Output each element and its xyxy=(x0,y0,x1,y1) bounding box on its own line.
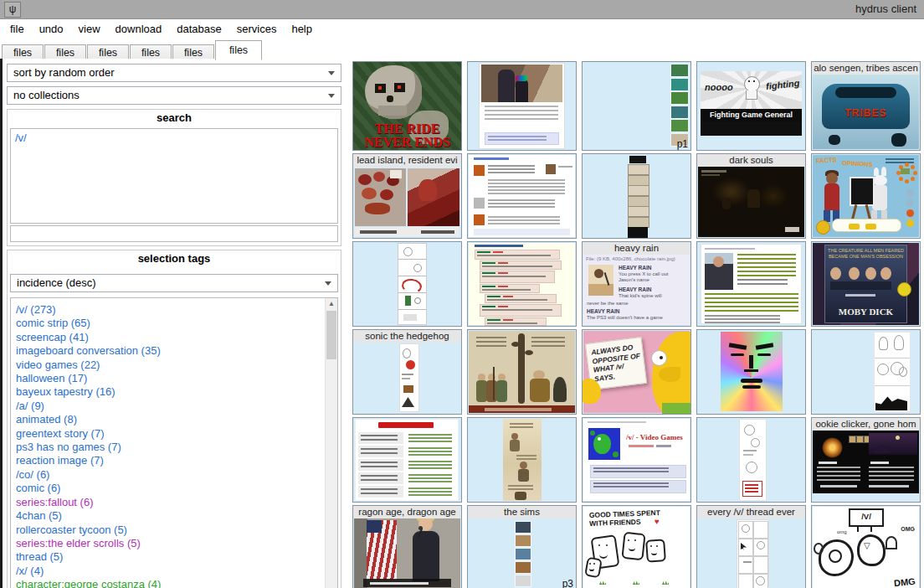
tag-item[interactable]: character:george costanza (4) xyxy=(16,578,337,588)
left-panel: sort by random order no collections sear… xyxy=(3,59,346,588)
active-search-tags-list[interactable]: /v/ xyxy=(10,128,338,224)
thumbnail-bayeux-tapestry-panel[interactable] xyxy=(467,329,577,415)
tag-item[interactable]: comic strip (65) xyxy=(16,317,337,330)
collect-value: no collections xyxy=(13,89,80,101)
thumbnail-good-times-comic[interactable]: GOOD TIMES SPENTWITH FRIENDS♥ xyxy=(582,505,691,588)
tag-item[interactable]: greentext story (7) xyxy=(16,427,337,441)
thumbnail-v-thread-comic-strip[interactable]: every /v/ thread ever xyxy=(696,505,806,588)
main-content: sort by random order no collections sear… xyxy=(0,59,924,588)
menu-services[interactable]: services xyxy=(229,19,285,39)
thumbnail-tapestry-strip[interactable] xyxy=(467,417,577,503)
tag-item[interactable]: /x/ (4) xyxy=(16,565,337,578)
thumbnail-image: TRIBES xyxy=(812,62,920,150)
thumbnail-heavy-rain-screencap[interactable]: File: (9 KB, 400x286, chocolate rain.jpg… xyxy=(582,241,691,327)
thumbnail-dark-souls-screenshot[interactable]: dark souls xyxy=(696,153,806,239)
thumbnail-image xyxy=(697,154,805,238)
thumbnail-tall-comic-strip[interactable] xyxy=(352,241,462,327)
scrollbar-thumb[interactable] xyxy=(326,311,336,359)
tag-item[interactable]: series:the elder scrolls (5) xyxy=(16,537,337,550)
thumbnail-fighting-game-general[interactable]: noooofightingFighting Game General xyxy=(696,61,806,151)
thumbnail-cookie-clicker-gone-home[interactable]: ookie clicker, gone hom xyxy=(811,417,921,503)
selection-tags-title: selection tags xyxy=(8,250,341,267)
thumbnail-tribes-car[interactable]: TRIBESalo sengen, tribes ascen xyxy=(811,61,921,151)
sort-dropdown[interactable]: sort by random order xyxy=(7,64,341,82)
thumbnail-sonic-comic-strip[interactable]: sonic the hedgehog xyxy=(352,329,462,415)
thumbnail-image xyxy=(353,154,461,238)
menu-database[interactable]: database xyxy=(169,19,229,39)
thumbnail-image: File: (9 KB, 400x286, chocolate rain.jpg… xyxy=(583,242,690,326)
tag-item[interactable]: screencap (41) xyxy=(16,331,337,344)
thumbnail-caption: heavy rain xyxy=(583,242,690,255)
tag-item[interactable]: animated (8) xyxy=(16,413,337,426)
thumbnail-rct-skull-ride-never-ends[interactable]: THE RIDENEVER ENDS xyxy=(352,61,462,151)
thumbnail-sketch-comic-strip[interactable] xyxy=(811,329,921,415)
tag-item[interactable]: /a/ (9) xyxy=(16,400,337,413)
thumbnail-image: FACTSOPINIONS xyxy=(812,154,920,238)
thumbnail-moby-dick-dvd[interactable]: THE CREATURE ALL MEN FEAREDBECAME ONE MA… xyxy=(811,241,921,327)
menu-file[interactable]: file xyxy=(3,19,32,39)
search-panel: search /v/ xyxy=(7,109,341,246)
selection-tags-list[interactable]: ▲ /v/ (273)comic strip (65)screencap (41… xyxy=(10,297,338,588)
thumbnail-image xyxy=(353,418,461,502)
app-icon: ψ xyxy=(4,2,21,18)
tag-item[interactable]: halloween (17) xyxy=(16,372,337,385)
thumbnail-couple-photo-screencap[interactable] xyxy=(467,61,577,151)
thumbnail-image xyxy=(468,330,576,414)
menu-download[interactable]: download xyxy=(108,19,170,39)
tag-item[interactable]: thread (5) xyxy=(16,550,337,564)
thumbnail-image: noooofightingFighting Game General xyxy=(697,62,805,150)
thumbnail-image: /v/ - Video Games xyxy=(583,418,690,502)
thumbnail-tile-strip[interactable] xyxy=(582,153,691,239)
tag-item[interactable]: bayeux tapestry (16) xyxy=(16,385,337,399)
thumbnail-image: ALWAYS DOOPPOSITE OFWHAT /v/SAYS. xyxy=(583,330,690,414)
menu-undo[interactable]: undo xyxy=(32,19,71,39)
tag-sort-dropdown[interactable]: incidence (desc) xyxy=(10,274,338,292)
thumbnail-v-video-games-screencap[interactable]: /v/ - Video Games xyxy=(582,417,691,503)
menu-view[interactable]: view xyxy=(71,19,108,39)
tag-item[interactable]: comic (6) xyxy=(16,482,337,495)
thumbnail-image xyxy=(468,62,576,150)
thumbnail-omg-sketch-comic[interactable]: /V/▽omgOMGDMG xyxy=(811,505,921,588)
collect-dropdown[interactable]: no collections xyxy=(7,86,341,105)
thumbnail-hillary-flag-photo[interactable]: ragon age, dragon age xyxy=(352,505,462,588)
thumbnail-image xyxy=(583,154,690,238)
tag-item[interactable]: video games (22) xyxy=(16,358,337,372)
thumbnail-caption: every /v/ thread ever xyxy=(697,506,805,518)
thumbnail-arthur-facts-opinions[interactable]: FACTSOPINIONS xyxy=(811,153,921,239)
thumbnail-4chan-thread-screencap[interactable] xyxy=(467,241,577,327)
titlebar[interactable]: ψ hydrus client xyxy=(0,0,924,19)
tag-item[interactable]: 4chan (5) xyxy=(16,509,337,523)
page-label: p3 xyxy=(562,578,573,588)
thumbnail-image xyxy=(697,330,805,414)
tag-item[interactable]: ps3 has no games (7) xyxy=(16,441,337,454)
tag-autocomplete-input[interactable] xyxy=(10,225,338,242)
selection-tags-panel: selection tags incidence (desc) ▲ /v/ (2… xyxy=(7,250,341,588)
tag-item[interactable]: imageboard conversation (35) xyxy=(16,344,337,358)
hydrus-window: ψ hydrus client fileundoviewdownloaddata… xyxy=(0,0,924,588)
scrollbar-up-icon[interactable]: ▲ xyxy=(326,298,337,310)
tag-item[interactable]: reaction image (7) xyxy=(16,454,337,467)
thumbnail-caption: ookie clicker, gone hom xyxy=(812,418,920,431)
thumbnail-qa-table-page[interactable] xyxy=(352,417,462,503)
tag-item[interactable]: rollercoaster tycoon (5) xyxy=(16,524,337,537)
thumbnail-dead-island-gore[interactable]: lead island, resident evi xyxy=(352,153,462,239)
tag-item[interactable]: /co/ (6) xyxy=(16,468,337,482)
thumbnail-image: THE CREATURE ALL MEN FEAREDBECAME ONE MA… xyxy=(812,242,920,326)
tag-item[interactable]: series:fallout (6) xyxy=(16,496,337,509)
tag-list-scrollbar[interactable]: ▲ xyxy=(325,298,337,588)
thumbnail-image xyxy=(697,242,805,326)
thumbnail-simpsons-note[interactable]: ALWAYS DOOPPOSITE OFWHAT /v/SAYS. xyxy=(582,329,691,415)
thumbnail-sketch-strip[interactable] xyxy=(696,417,806,503)
thumbnail-caption: ragon age, dragon age xyxy=(353,506,461,518)
tag-item[interactable]: /v/ (273) xyxy=(16,303,337,317)
thumbnail-forum-conversation[interactable] xyxy=(467,153,577,239)
thumbnail-rct-screenshot-strip[interactable]: p1 xyxy=(582,61,691,151)
thumbnail-caption: alo sengen, tribes ascen xyxy=(812,62,920,75)
tab-files-6[interactable]: files xyxy=(215,40,262,60)
thumbnail-greentext-story[interactable] xyxy=(696,241,806,327)
thumbnail-sims-photo-strip[interactable]: the simsp3 xyxy=(467,505,577,588)
thumbnail-image xyxy=(353,242,461,326)
thumbnail-rainbow-face[interactable] xyxy=(696,329,806,415)
menu-help[interactable]: help xyxy=(284,19,320,39)
search-tag[interactable]: /v/ xyxy=(15,131,333,145)
